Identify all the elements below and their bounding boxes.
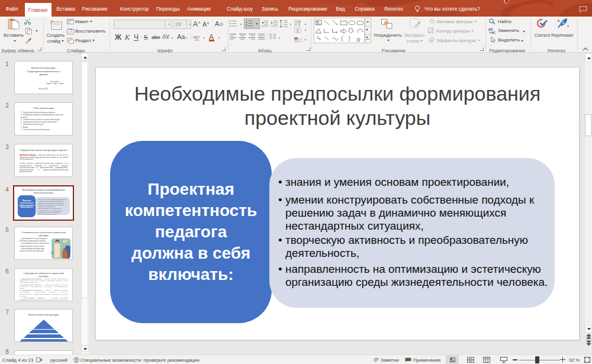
svg-text:ac: ac: [492, 30, 497, 34]
svg-text:3: 3: [246, 25, 247, 27]
